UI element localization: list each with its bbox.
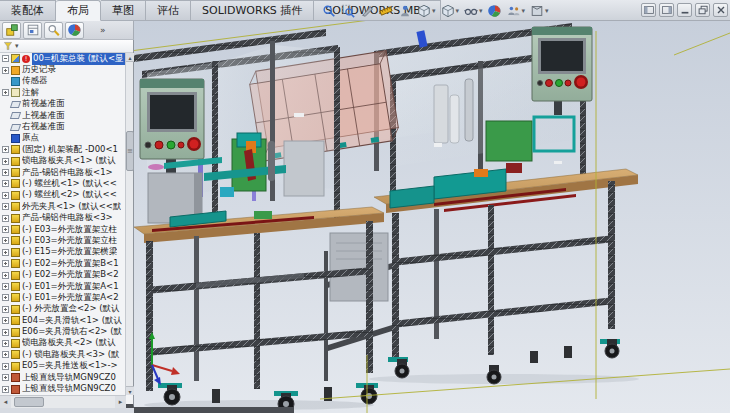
tree-row[interactable]: ! 右视基准面 [2,121,126,132]
window-control-button[interactable] [641,3,656,17]
expand-icon[interactable] [2,55,9,62]
component-icon [11,88,20,97]
caster-wheel [487,365,501,384]
expand-icon[interactable] [2,89,9,96]
tree-row[interactable]: ! 传感器 [2,76,126,87]
feature-tree-filter-bar[interactable]: ▾ [0,40,133,53]
component-icon [11,134,20,143]
command-button[interactable] [23,22,42,39]
expand-icon[interactable] [2,351,9,358]
heads-up-toolbar-button[interactable] [396,3,414,20]
expand-icon[interactable] [2,249,9,256]
command-button[interactable] [2,22,21,39]
expand-icon[interactable] [2,329,9,336]
tree-row[interactable]: ! E05=夹具推送板<1>-> [2,361,126,372]
graphics-viewport[interactable] [134,21,730,413]
toolbar-overflow-chevron[interactable]: » [100,25,106,35]
expand-icon[interactable] [2,283,9,290]
expand-icon[interactable] [2,374,9,381]
tree-row[interactable]: ! (-) E02=外壳放置架B<1 [2,258,126,269]
tree-row[interactable]: ! 锁电路板夹具<2> (默认 [2,338,126,349]
component-label: (-) 锁电路板夹具<3> (默 [22,349,120,361]
window-control-button[interactable] [677,3,692,17]
heads-up-toolbar-button[interactable] [377,3,395,20]
expand-icon[interactable] [2,306,9,313]
expand-icon[interactable] [2,363,9,370]
heads-up-toolbar-button[interactable] [415,3,438,20]
command-manager-tab[interactable]: 布局 [56,0,101,21]
expand-icon[interactable] [2,294,9,301]
heads-up-toolbar-button[interactable] [358,3,376,20]
tree-row[interactable]: ! (-) 锁电路板夹具<3> (默 [2,349,126,360]
command-manager-tab[interactable]: 草图 [101,0,146,21]
command-button[interactable] [44,22,63,39]
expand-icon[interactable] [2,180,9,187]
component-icon [11,77,20,86]
expand-icon[interactable] [2,272,9,279]
tree-row[interactable]: ! 前视基准面 [2,99,126,110]
scrollbar-thumb[interactable] [126,131,134,171]
scroll-up-arrow[interactable]: ▴ [126,53,134,62]
component-label: (-) E02=外壳放置架B<2 [22,269,119,281]
filter-dropdown-arrow[interactable]: ▾ [15,42,19,50]
heads-up-toolbar-button[interactable] [439,3,462,20]
heads-up-toolbar-button[interactable] [320,3,338,20]
tree-horizontal-scrollbar[interactable]: ◂ ▸ [0,395,126,408]
tree-row[interactable]: ! (-) E15=外壳放置架横梁 [2,247,126,258]
expand-icon[interactable] [2,340,9,347]
expand-icon[interactable] [2,158,9,165]
expand-icon[interactable] [2,215,9,222]
heads-up-toolbar-button[interactable] [505,3,528,20]
tree-row[interactable]: ! 原点 [2,133,126,144]
tree-row[interactable]: ! 产品-锡铝件电路板<1> [2,167,126,178]
expand-icon[interactable] [2,226,9,233]
tree-row[interactable]: ! (-) 螺丝机<1> (默认<< [2,178,126,189]
heads-up-toolbar-button[interactable] [462,3,485,20]
command-manager-tab[interactable]: SOLIDWORKS 插件 [191,0,314,21]
scroll-left-arrow[interactable]: ◂ [0,396,11,408]
scroll-right-arrow[interactable]: ▸ [115,396,126,408]
scrollbar-thumb[interactable] [14,397,44,407]
expand-icon[interactable] [2,317,9,324]
expand-icon[interactable] [2,237,9,244]
tree-row[interactable]: ! 上银直线导轨MGN9CZ0 [2,383,126,394]
command-manager-tab[interactable]: 评估 [146,0,191,21]
component-icon [11,54,20,63]
tree-row[interactable]: ! 历史记录 [2,64,126,75]
command-manager-tab[interactable]: 装配体 [0,0,56,21]
expand-icon[interactable] [2,203,9,210]
expand-icon[interactable] [2,169,9,176]
heads-up-toolbar-button[interactable] [339,3,357,20]
window-control-button[interactable] [695,3,710,17]
tree-row[interactable]: ! (-) E01=外壳放置架A<2 [2,292,126,303]
tree-row[interactable]: ! 外壳夹具<1> (默认<<默 [2,201,126,212]
expand-icon[interactable] [2,192,9,199]
tree-vertical-scrollbar[interactable]: ▴ ▾ [125,53,133,395]
expand-icon[interactable] [2,146,9,153]
tree-row[interactable]: ! E06=夹具滑轨右<2> (默 [2,326,126,337]
expand-icon[interactable] [2,260,9,267]
tree-row[interactable]: ! 锁电路板夹具<1> (默认 [2,156,126,167]
tree-row[interactable]: ! (-) 螺丝机<2> (默认<< [2,190,126,201]
heads-up-toolbar-button[interactable] [486,3,504,20]
tree-row[interactable]: ! 注解 [2,87,126,98]
tree-row[interactable]: ! E04=夹具滑轨<1> (默认 [2,315,126,326]
window-control-button[interactable] [659,3,674,17]
tree-row[interactable]: ! 产品-锡铝件电路板<3> [2,212,126,223]
tree-row[interactable]: ! (-) E02=外壳放置架B<2 [2,269,126,280]
expand-icon[interactable] [2,67,9,74]
window-control-button[interactable] [713,3,728,17]
scroll-down-arrow[interactable]: ▾ [126,386,134,395]
tree-row[interactable]: ! 上银直线导轨MGN9CZ0 [2,372,126,383]
tree-row[interactable]: ! 上视基准面 [2,110,126,121]
expand-icon[interactable] [2,386,9,393]
toolbar-icon [398,4,412,18]
tree-row[interactable]: ! (-) E01=外壳放置架A<1 [2,281,126,292]
tree-row[interactable]: ! (-) 外壳放置盒<2> (默认 [2,304,126,315]
tree-row[interactable]: ! (固定) 机架装配 -D00<1 [2,144,126,155]
tree-row[interactable]: ! (-) E03=外壳放置架立柱 [2,235,126,246]
heads-up-toolbar-button[interactable] [528,3,551,20]
command-button[interactable] [65,22,84,39]
tree-row[interactable]: ! (-) E03=外壳放置架立柱 [2,224,126,235]
tree-row[interactable]: ! 00=机架总装 (默认<显 [2,53,126,64]
